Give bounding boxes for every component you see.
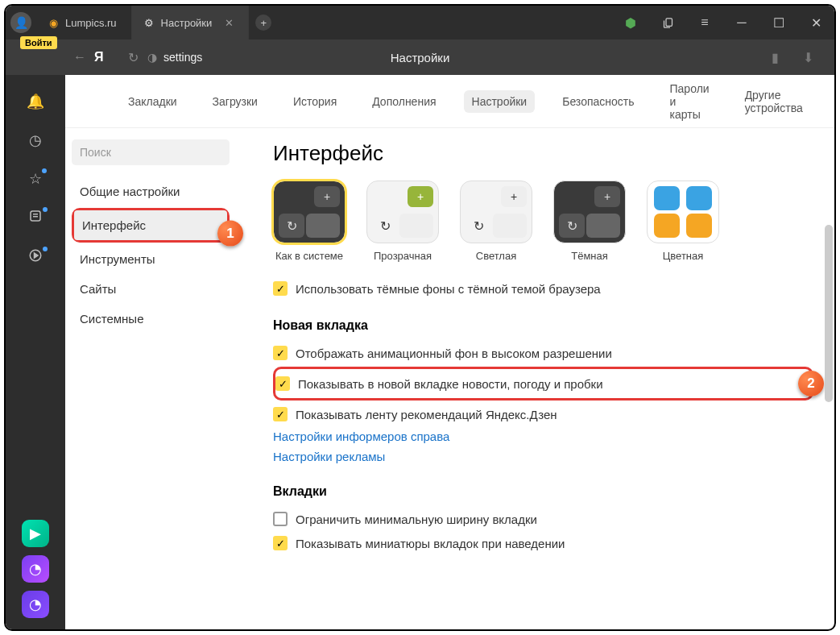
check-news-weather[interactable]: ✓ Показывать в новой вкладке новости, по…: [275, 371, 805, 396]
theme-system[interactable]: + ↻ Как в системе: [273, 181, 346, 262]
checkbox-label: Показывать в новой вкладке новости, пого…: [298, 377, 603, 391]
sidenav-sites[interactable]: Сайты: [72, 274, 230, 304]
link-informer-settings[interactable]: Настройки информеров справа: [273, 426, 813, 446]
theme-label: Тёмная: [553, 250, 626, 262]
sidenav-system[interactable]: Системные: [72, 304, 230, 334]
theme-label: Цветная: [647, 250, 719, 262]
theme-label: Как в системе: [273, 250, 346, 262]
page-title: Настройки: [391, 51, 450, 64]
titlebar: 👤 ◉ Lumpics.ru ⚙ Настройки ✕ + ⬢ ≡ ─ ☐ ✕: [6, 6, 834, 39]
checkbox-label: Показывать ленту рекомендаций Яндекс.Дзе…: [296, 408, 557, 421]
theme-selector: + ↻ Как в системе + ↻: [273, 181, 813, 262]
minimize-button[interactable]: ─: [723, 6, 760, 39]
theme-label: Прозрачная: [366, 250, 439, 262]
login-badge[interactable]: Войти: [20, 36, 57, 49]
checkbox-icon[interactable]: ✓: [275, 376, 290, 391]
shield-icon[interactable]: ◑: [147, 51, 157, 64]
checkbox-icon[interactable]: ✓: [273, 536, 288, 550]
play-icon[interactable]: [28, 248, 43, 267]
app-tile-alice-1[interactable]: ◔: [22, 555, 49, 583]
topnav-devices[interactable]: Другие устройства: [737, 84, 811, 119]
menu-icon[interactable]: ≡: [686, 6, 723, 39]
feed-icon[interactable]: [28, 209, 43, 227]
checkbox-label: Показывать миниатюры вкладок при наведен…: [296, 537, 565, 550]
theme-light[interactable]: + ↻ Светлая: [460, 181, 532, 262]
settings-pane: Интерфейс + ↻ Как в системе: [238, 128, 834, 629]
copy-link-icon[interactable]: [649, 6, 686, 39]
topnav-history[interactable]: История: [285, 90, 345, 113]
section-heading-interface: Интерфейс: [273, 141, 813, 166]
app-tile-music[interactable]: ▶: [22, 520, 49, 547]
callout-1-highlight: Интерфейс 1: [72, 208, 230, 243]
check-zen-feed[interactable]: ✓ Показывать ленту рекомендаций Яндекс.Д…: [273, 402, 813, 426]
downloads-icon[interactable]: ⬇: [803, 50, 813, 65]
settings-top-nav: Закладки Загрузки История Дополнения Нас…: [65, 75, 834, 128]
clock-icon[interactable]: ◷: [29, 131, 42, 149]
tab-close-icon[interactable]: ✕: [225, 17, 234, 29]
back-button[interactable]: ←: [65, 50, 94, 64]
topnav-downloads[interactable]: Загрузки: [205, 90, 266, 113]
section-heading-tabs: Вкладки: [273, 484, 813, 499]
tab-lumpics[interactable]: ◉ Lumpics.ru: [36, 6, 132, 39]
checkbox-icon[interactable]: ✓: [273, 407, 288, 421]
check-min-tab-width[interactable]: Ограничить минимальную ширину вкладки: [273, 507, 813, 531]
svg-marker-5: [35, 253, 39, 258]
sidenav-tools[interactable]: Инструменты: [72, 244, 230, 274]
tab-label: Lumpics.ru: [65, 17, 117, 29]
sidenav-general[interactable]: Общие настройки: [72, 176, 230, 206]
lumpics-favicon: ◉: [48, 17, 59, 28]
checkbox-label: Использовать тёмные фоны с тёмной темой …: [296, 282, 601, 296]
maximize-button[interactable]: ☐: [760, 6, 797, 39]
url-text[interactable]: settings: [163, 51, 202, 64]
star-icon[interactable]: ☆: [29, 170, 42, 188]
close-window-button[interactable]: ✕: [797, 6, 834, 39]
theme-transparent[interactable]: + ↻ Прозрачная: [366, 181, 439, 262]
left-rail: 🔔 ◷ ☆ ▶ ◔ ◔: [6, 75, 65, 629]
settings-search-input[interactable]: Поиск: [72, 139, 230, 165]
theme-label: Светлая: [460, 250, 532, 262]
yandex-logo-icon[interactable]: Я: [94, 50, 118, 64]
gear-icon: ⚙: [143, 17, 155, 28]
settings-side-nav: Поиск Общие настройки Интерфейс 1 Инстру…: [65, 128, 238, 629]
topnav-settings[interactable]: Настройки: [464, 90, 536, 113]
bell-icon[interactable]: 🔔: [27, 93, 44, 110]
sidenav-interface[interactable]: Интерфейс: [74, 210, 227, 240]
tab-label: Настройки: [161, 17, 213, 29]
tab-settings[interactable]: ⚙ Настройки ✕: [132, 6, 250, 39]
topnav-addons[interactable]: Дополнения: [364, 90, 444, 113]
profile-avatar[interactable]: 👤: [10, 12, 31, 33]
checkbox-icon[interactable]: ✓: [273, 281, 288, 296]
app-tile-alice-2[interactable]: ◔: [22, 591, 49, 618]
callout-badge-2: 2: [798, 371, 824, 396]
callout-2-highlight: ✓ Показывать в новой вкладке новости, по…: [273, 367, 813, 401]
theme-dark[interactable]: + ↻ Тёмная: [553, 181, 626, 262]
topnav-bookmarks[interactable]: Закладки: [120, 90, 185, 113]
theme-colored[interactable]: Цветная: [647, 181, 719, 262]
check-tab-thumbnails[interactable]: ✓ Показывать миниатюры вкладок при навед…: [273, 531, 813, 555]
topnav-security[interactable]: Безопасность: [554, 90, 642, 113]
checkbox-icon[interactable]: ✓: [273, 346, 288, 360]
checkbox-label: Отображать анимационный фон в высоком ра…: [296, 347, 612, 360]
svg-rect-0: [666, 18, 672, 25]
check-anim-bg[interactable]: ✓ Отображать анимационный фон в высоком …: [273, 341, 813, 365]
link-ads-settings[interactable]: Настройки рекламы: [273, 446, 813, 467]
topnav-passwords[interactable]: Пароли и карты: [662, 77, 718, 126]
extension-icon[interactable]: ⬢: [612, 6, 649, 39]
new-tab-button[interactable]: +: [249, 6, 278, 39]
checkbox-icon[interactable]: [273, 512, 288, 526]
check-dark-backgrounds[interactable]: ✓ Использовать тёмные фоны с тёмной темо…: [273, 276, 813, 301]
checkbox-label: Ограничить минимальную ширину вкладки: [296, 513, 537, 526]
scrollbar[interactable]: [825, 225, 833, 402]
reload-button[interactable]: ↻: [118, 50, 147, 65]
section-heading-newtab: Новая вкладка: [273, 318, 813, 333]
bookmark-icon[interactable]: ▮: [772, 50, 779, 65]
address-bar: ← Я ↻ ◑ settings Настройки ▮ ⬇: [6, 39, 834, 75]
